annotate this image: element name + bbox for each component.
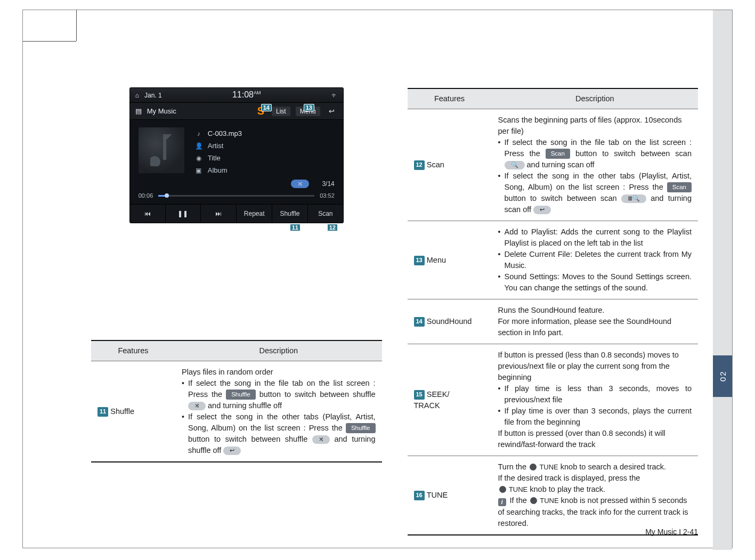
shot-date: Jan. 1 xyxy=(144,92,162,99)
home-icon: ⌂ xyxy=(135,92,139,99)
side-tab-label: 02 xyxy=(713,355,732,397)
shuffle-indicator-icon: ⤨ xyxy=(291,180,309,188)
table-row: 14SoundHound Runs the SoundHound feature… xyxy=(408,299,699,344)
row-num: 15 xyxy=(414,390,425,400)
next-button[interactable]: ⏭ xyxy=(201,205,237,223)
shuffle-on-icon: ⤨ xyxy=(312,435,330,444)
shuffle-chip: Shuffle xyxy=(346,423,376,433)
list-item: If select the song in the other tabs (Pl… xyxy=(498,171,692,215)
desc-lead: If button is pressed (less than 0.8 seco… xyxy=(498,350,692,383)
album-art xyxy=(139,127,184,173)
crop-mark-horizontal xyxy=(23,41,76,42)
shuffle-on-icon: ⤨ xyxy=(188,402,206,410)
side-tab: 02 xyxy=(713,10,732,550)
th-description: Description xyxy=(175,340,382,361)
row-num: 12 xyxy=(414,160,425,170)
list-item: Delete Current File: Deletes the current… xyxy=(498,249,692,271)
crop-mark-vertical xyxy=(76,10,77,41)
shuffle-off-icon: ↩ xyxy=(223,447,241,455)
title-label: Title xyxy=(208,154,221,162)
row-feature-name: Scan xyxy=(427,160,444,169)
list-item: Sound Settings: Moves to the Sound Setti… xyxy=(498,271,692,294)
callout-13: 13 xyxy=(304,104,314,111)
th-description: Description xyxy=(492,88,699,109)
shot-transport-bar: ⏮ ❚❚ ⏭ Repeat Shuffle Scan xyxy=(130,204,343,223)
shot-time: 11:08AM xyxy=(232,90,261,100)
shot-progress-row: 00:06 03:52 xyxy=(130,191,343,204)
callout-11: 11 xyxy=(290,224,301,231)
scan-chip: Scan xyxy=(546,149,570,159)
tune-knob-icon xyxy=(499,486,506,493)
list-item: If select the song in the file tab on th… xyxy=(498,137,692,171)
row-num: 16 xyxy=(414,491,425,500)
row-feature-name: Shuffle xyxy=(110,407,134,416)
table-row: 13Menu Add to Playlist: Adds the current… xyxy=(408,221,699,299)
desc-tail: If button is pressed (over than 0.8 seco… xyxy=(498,428,692,450)
desc-lead: Plays files in random order xyxy=(182,367,376,378)
progress-bar[interactable] xyxy=(158,195,314,197)
row-num: 13 xyxy=(414,256,425,265)
page-footer: My Music I 2-41 xyxy=(645,527,698,536)
artist-label: Artist xyxy=(208,142,224,150)
list-item: Add to Playlist: Adds the current song t… xyxy=(498,226,692,249)
callout-14: 14 xyxy=(261,104,272,111)
page-frame: 02 ⌂ Jan. 1 11:08AM ᯤ ▤ xyxy=(22,10,733,548)
album-label: Album xyxy=(208,166,228,174)
prev-button[interactable]: ⏮ xyxy=(130,205,166,223)
info-icon: i xyxy=(498,498,506,506)
track-counter: 3/14 xyxy=(322,180,334,188)
callout-12: 12 xyxy=(327,224,338,231)
scan-on-icon: 🔍 xyxy=(505,161,525,169)
row-description: Plays files in random order If select th… xyxy=(175,361,382,462)
side-tab-upper xyxy=(713,10,732,355)
shuffle-button[interactable]: Shuffle xyxy=(272,205,308,223)
list-item: If play time is less than 3 seconds, mov… xyxy=(498,383,692,405)
row-description: If button is pressed (less than 0.8 seco… xyxy=(492,344,699,456)
row-description: Scans the beginning parts of files (appr… xyxy=(492,109,699,221)
elapsed-time: 00:06 xyxy=(139,192,153,199)
th-features: Features xyxy=(91,340,175,361)
row-feature-name: TUNE xyxy=(427,491,448,499)
repeat-button[interactable]: Repeat xyxy=(237,205,272,223)
row-description: Add to Playlist: Adds the current song t… xyxy=(492,221,699,299)
shot-body: ♪C-003.mp3 👤Artist ◉Title ▣Album xyxy=(130,120,343,180)
back-icon[interactable]: ↩ xyxy=(326,107,338,115)
row-num: 14 xyxy=(414,317,425,327)
list-item: If select the song in the file tab on th… xyxy=(182,378,376,411)
tune-knob-icon xyxy=(530,497,537,504)
table-row: 11Shuffle Plays files in random order If… xyxy=(91,361,382,462)
th-features: Features xyxy=(408,88,492,109)
list-item: If play time is over than 3 seconds, pla… xyxy=(498,405,692,428)
side-tab-lower xyxy=(713,397,732,550)
left-column: ⌂ Jan. 1 11:08AM ᯤ ▤ My Music S List Men… xyxy=(91,51,382,535)
file-icon: ♪ xyxy=(195,130,202,137)
row-description: Runs the SoundHound feature. For more in… xyxy=(492,299,699,344)
total-time: 03:52 xyxy=(320,192,335,199)
table-row: 16TUNE Turn the TUNE knob to search a de… xyxy=(408,456,699,535)
row-feature-name: SoundHound xyxy=(427,317,472,326)
row-description: Turn the TUNE knob to search a desired t… xyxy=(492,456,699,535)
track-meta: ♪C-003.mp3 👤Artist ◉Title ▣Album xyxy=(195,127,335,176)
title-icon: ◉ xyxy=(195,155,202,162)
features-table-right: Features Description 12Scan Scans the be… xyxy=(408,88,699,535)
scan-chip: Scan xyxy=(667,182,692,192)
music-lib-icon: ▤ xyxy=(135,107,142,115)
scan-off-icon: ↩ xyxy=(533,206,551,214)
row-feature-name: Menu xyxy=(427,256,446,264)
music-note-icon xyxy=(150,134,173,166)
wifi-icon: ᯤ xyxy=(331,92,338,99)
table-row: 15SEEK/ TRACK If button is pressed (less… xyxy=(408,344,699,456)
list-button[interactable]: List xyxy=(272,107,290,116)
table-row: 12Scan Scans the beginning parts of file… xyxy=(408,109,699,221)
content-area: ⌂ Jan. 1 11:08AM ᯤ ▤ My Music S List Men… xyxy=(76,41,713,533)
right-column: Features Description 12Scan Scans the be… xyxy=(408,88,699,535)
shuffle-chip: Shuffle xyxy=(226,389,256,400)
file-name: C-003.mp3 xyxy=(208,129,242,137)
album-icon: ▣ xyxy=(195,167,202,174)
list-item: If select the song in the other tabs (Pl… xyxy=(182,411,376,456)
shot-indicator-row: ⤨ 3/14 xyxy=(130,180,343,191)
scan-button[interactable]: Scan xyxy=(308,205,343,223)
pause-button[interactable]: ❚❚ xyxy=(166,205,201,223)
shot-source-label: My Music xyxy=(147,107,176,115)
shot-status-bar: ⌂ Jan. 1 11:08AM ᯤ xyxy=(130,88,343,103)
